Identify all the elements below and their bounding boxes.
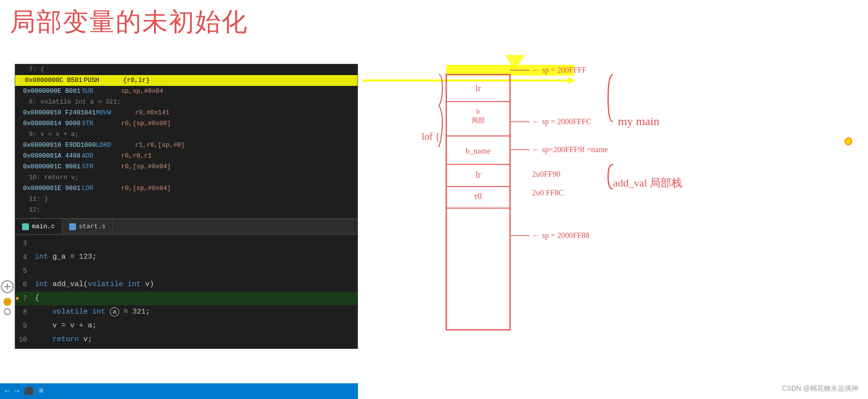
- editor-panel: main.c start.s 3 4 int g_a = 123; 5 6 in…: [15, 218, 358, 349]
- asm-line-str1: 0x08000014 9000 STR r0,[sp,#0x00]: [15, 118, 357, 129]
- code-line-4: 4 int g_a = 123;: [15, 250, 357, 264]
- title-area: 局部变量的未初始化: [10, 5, 248, 39]
- bottom-toolbar: ← → ⬛ ≡: [0, 383, 358, 399]
- tab-icon-s: [69, 223, 76, 230]
- svg-point-1: [3, 298, 11, 306]
- editor-content: 3 4 int g_a = 123; 5 6 int add_val(volat…: [15, 235, 357, 348]
- editor-tabs: main.c start.s: [15, 219, 357, 235]
- cell-lr-bottom: [446, 164, 510, 186]
- asm-line-label10: 10: return v;: [15, 172, 357, 183]
- breakpoint-dot: ●: [15, 292, 19, 305]
- label-b-name: b_name: [466, 147, 491, 155]
- code-line-9: 9 v = v + a;: [15, 319, 357, 333]
- asm-line-label9: 9: v = v + a;: [15, 129, 357, 140]
- watermark: CSDN @棉花糖永远滴神: [782, 384, 858, 393]
- stack-box: [446, 75, 510, 330]
- label-lr-top: lr: [476, 83, 481, 93]
- text-sp-ff88: ← sp = 2000FF88: [532, 231, 589, 240]
- tab-icon-c: [22, 223, 29, 230]
- asm-line-label7: 7: {: [15, 64, 357, 75]
- asm-line-ldrd: 0x08000016 E9DD1000 LDRD r1,r0,[sp,#0]: [15, 140, 357, 151]
- code-line-5: 5: [15, 264, 357, 278]
- code-line-10: 10 return v;: [15, 333, 357, 346]
- tab-label-main: main.c: [32, 223, 55, 230]
- tab-start-s[interactable]: start.s: [62, 219, 113, 234]
- code-line-8: 8 volatile int a = 321;: [15, 305, 357, 319]
- cell-b-name: [446, 136, 510, 164]
- asm-line-label11: 11: }: [15, 194, 357, 205]
- label-lr-bottom: lr: [476, 170, 481, 180]
- label-local: 局部: [471, 117, 485, 124]
- tab-main-c[interactable]: main.c: [15, 219, 62, 234]
- cursor-dot: [844, 137, 852, 145]
- cell-b-local: [446, 102, 510, 136]
- cell-lr-top: [446, 75, 510, 102]
- label-b: b: [477, 108, 480, 115]
- text-sp-fffc: ← sp = 2000FFFC: [532, 117, 591, 126]
- text-sp-top: ← sp = 200FFFF: [532, 66, 587, 75]
- cell-r0: [446, 186, 510, 208]
- watermark-text: CSDN @棉花糖永远滴神: [782, 384, 858, 392]
- text-2u0ff90: 2u0FF90: [532, 170, 561, 178]
- sidebar-icons: [0, 280, 15, 319]
- asm-line-label8: 8: volatile int a = 321;: [15, 97, 357, 107]
- sidebar-tool-icon: [0, 280, 14, 319]
- asm-line-str2: 0x0800001C 9001 STR r0,[sp,#0x04]: [15, 161, 357, 172]
- asm-line-ldr: 0x0800001E 9801 LDR r0,[sp,#0x04]: [15, 183, 357, 194]
- asm-line-push: ⇒ 0x0800000C B501 PUSH {r0,lr}: [15, 75, 357, 86]
- asm-line-label12: 12:: [15, 205, 357, 215]
- code-line-7: ● 7 {: [15, 292, 357, 305]
- toolbar-stop-btn[interactable]: ⬛: [24, 386, 34, 396]
- toolbar-back-btn[interactable]: ←: [5, 387, 10, 396]
- diagram-area: lr b 局部 b_name lr r0 ← sp = 200FFFF ← sp…: [407, 39, 848, 398]
- brace-mymain: [608, 75, 613, 122]
- asm-line-movw: 0x08000010 F2401041 MOVW r0,#0x141: [15, 107, 357, 118]
- tab-label-start: start.s: [79, 223, 106, 230]
- page-title: 局部变量的未初始化: [10, 7, 248, 36]
- highlight-bar: [446, 65, 574, 76]
- toolbar-menu-btn[interactable]: ≡: [39, 387, 44, 396]
- brace-addval: [608, 164, 613, 189]
- text-2u0ff8c: 2u0 FF8C: [532, 188, 563, 197]
- brace-lof: [439, 75, 442, 147]
- label-r0: r0: [475, 191, 482, 201]
- label-addval: add_val 局部栈: [613, 177, 682, 189]
- code-line-3: 3: [15, 237, 357, 250]
- text-sp-name: ← sp=200FFF9f =name: [532, 145, 608, 154]
- cell-empty: [446, 208, 510, 330]
- toolbar-forward-btn[interactable]: →: [15, 387, 20, 396]
- svg-point-2: [4, 309, 10, 315]
- label-lof: lof {: [422, 131, 440, 142]
- asm-line-add: 0x0800001A 4408 ADD r0,r0,r1: [15, 151, 357, 161]
- label-mymain: my main: [618, 115, 660, 128]
- arrow-marker: ⇒: [19, 76, 23, 85]
- code-line-6: 6 int add_val(volatile int v): [15, 278, 357, 292]
- asm-line-sub: 0x0800000E B081 SUB sp,sp,#0x04: [15, 86, 357, 97]
- diagram-svg: lr b 局部 b_name lr r0 ← sp = 200FFFF ← sp…: [407, 39, 848, 398]
- yellow-pointer-triangle: [505, 55, 525, 70]
